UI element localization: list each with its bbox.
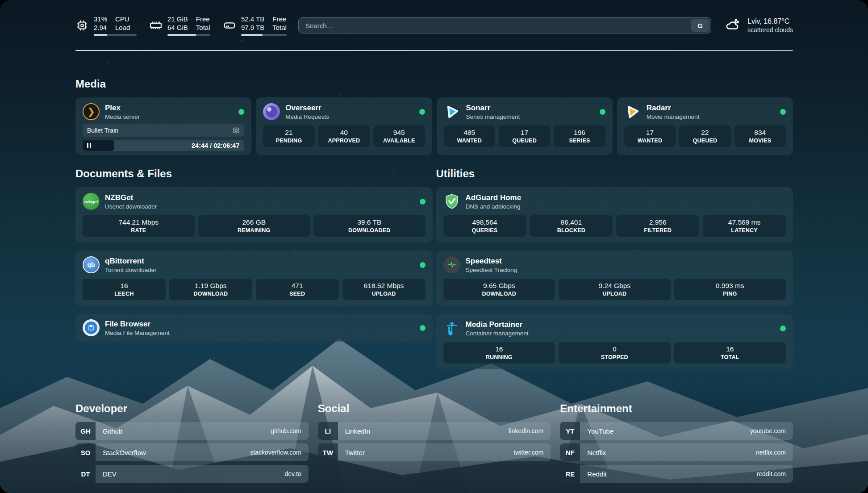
radarr-card[interactable]: Radarr Movie management 17WANTED 22QUEUE… [617,97,793,155]
bookmark-abbr: TW [318,443,338,461]
stat-wanted: 17WANTED [624,125,676,147]
bookmark-github[interactable]: GH Github github.com [75,422,309,440]
memory-total-label: Total [196,23,210,32]
cpu-load-label: Load [115,23,130,32]
portainer-logo-icon [443,320,460,337]
bookmark-url: dev.to [285,465,309,483]
developer-section-title: Developer [75,402,309,415]
app-subtitle: Media Requests [285,113,329,120]
weather-condition: scattered clouds [747,26,793,33]
stat-downloaded: 39.6 TBDOWNLOADED [313,215,426,237]
app-subtitle: Usenet downloader [105,203,157,210]
bookmark-stackoverflow[interactable]: SO StackOverflow stackoverflow.com [75,443,309,461]
nzbget-card[interactable]: nzbget NZBGet Usenet downloader 744.21 M… [75,187,433,242]
adguard-card[interactable]: AdGuard Home DNS and adblocking 498,564Q… [436,187,793,242]
disk-stat-widget: 52.4 TB 97.9 TB Free Total [223,15,287,36]
stat-blocked: 86,401BLOCKED [530,215,613,237]
stat-rate: 744.21 MbpsRATE [83,215,195,237]
bookmark-name: Netflix [580,443,606,461]
stat-total: 16TOTAL [674,342,786,363]
radarr-logo-icon [624,103,641,120]
bookmark-url: github.com [271,422,308,440]
bookmark-name: Reddit [580,465,606,483]
status-dot [780,326,786,331]
bookmark-name: LinkedIn [338,422,371,440]
stat-seed: 471SEED [256,279,339,300]
search-engine-button[interactable]: G [691,19,709,32]
stat-stopped: 0STOPPED [559,342,671,363]
app-title: Radarr [647,104,700,113]
qbittorrent-card[interactable]: qb qBittorrent Torrent downloader 16LEEC… [75,251,433,306]
memory-free-value: 21 GiB [167,15,188,23]
status-dot [780,109,786,115]
overseerr-card[interactable]: Overseerr Media Requests 21PENDING 40APP… [256,97,432,155]
disk-total-label: Total [272,23,287,32]
bookmark-url: reddit.com [757,465,793,483]
sonarr-card[interactable]: Sonarr Series management 485WANTED 17QUE… [437,97,613,155]
stat-ping: 0.993 msPING [674,279,786,300]
memory-progress-bar [167,34,210,36]
plex-card[interactable]: ❯ Plex Media server Bullet Train [75,97,251,155]
bookmark-linkedin[interactable]: LI LinkedIn linkedin.com [318,422,551,440]
disk-icon [223,19,236,32]
bookmark-reddit[interactable]: RE Reddit reddit.com [560,465,793,483]
app-subtitle: Container management [466,330,529,337]
cloud-moon-icon [725,17,742,34]
cpu-progress-bar [94,34,137,36]
now-playing-row: Bullet Train [83,124,244,137]
stat-latency: 47.569 msLATENCY [703,215,786,237]
plex-logo-icon: ❯ [83,103,100,120]
sonarr-logo-icon [444,103,461,120]
stat-filtered: 2,956FILTERED [616,215,699,237]
stat-remaining: 266 GBREMAINING [198,215,310,237]
portainer-card[interactable]: Media Portainer Container management 16R… [436,314,793,369]
snow-specks [0,0,1,1]
header-divider [75,50,793,51]
dashboard-page: 31% 2.94 CPU Load [0,0,868,493]
stat-upload: 9.24 GbpsUPLOAD [559,279,671,300]
entertainment-bookmarks: Entertainment YT YouTube youtube.com NF … [560,402,793,486]
bookmark-abbr: GH [75,422,96,440]
memory-icon [149,19,163,32]
bookmark-url: youtube.com [750,422,793,440]
cpu-load-value: 2.94 [94,23,107,32]
documents-section: Documents & Files nzbget NZBGet Usenet d… [75,167,433,377]
stat-download: 9.65 GbpsDOWNLOAD [443,279,555,300]
pause-icon[interactable] [87,143,91,148]
top-bar: 31% 2.94 CPU Load [75,15,793,36]
bookmark-abbr: SO [75,443,96,461]
app-subtitle: Media File Management [105,330,170,336]
app-subtitle: DNS and adblocking [466,203,522,210]
social-bookmarks: Social LI LinkedIn linkedin.com TW Twitt… [318,402,551,486]
stat-queued: 17QUEUED [499,125,550,147]
stat-leech: 16LEECH [83,279,166,300]
bookmark-youtube[interactable]: YT YouTube youtube.com [560,422,793,440]
media-section: Media ❯ Plex Media server Bullet Train [75,78,793,155]
stat-available: 945AVAILABLE [373,125,425,147]
app-title: qBittorrent [105,257,157,266]
bookmark-name: StackOverflow [96,443,146,461]
memory-total-value: 64 GiB [167,23,188,32]
bookmark-twitter[interactable]: TW Twitter twitter.com [318,443,551,461]
bookmark-url: netflix.com [756,443,793,461]
app-subtitle: Media server [105,113,140,120]
cpu-icon [75,19,89,32]
filebrowser-card[interactable]: File Browser Media File Management [75,314,433,342]
app-title: File Browser [105,320,170,329]
bookmark-url: stackoverflow.com [250,443,308,461]
bookmark-name: YouTube [580,422,613,440]
stat-wanted: 485WANTED [444,125,495,147]
speedtest-card[interactable]: Speedtest Speedtest Tracking 9.65 GbpsDO… [436,251,793,306]
status-dot [420,262,426,268]
search-input[interactable] [299,22,711,29]
status-dot [600,109,605,115]
weather-location-temp: Lviv, 16.87°C [747,17,793,25]
stat-download: 1.19 GbpsDOWNLOAD [169,279,252,300]
stat-approved: 40APPROVED [318,125,370,147]
bookmark-netflix[interactable]: NF Netflix netflix.com [560,443,793,461]
memory-stat-widget: 21 GiB 64 GiB Free Total [149,15,210,36]
status-dot [419,109,425,115]
overseerr-logo-icon [263,103,280,120]
bookmark-dev[interactable]: DT DEV dev.to [75,465,309,483]
disk-progress-bar [241,34,287,36]
